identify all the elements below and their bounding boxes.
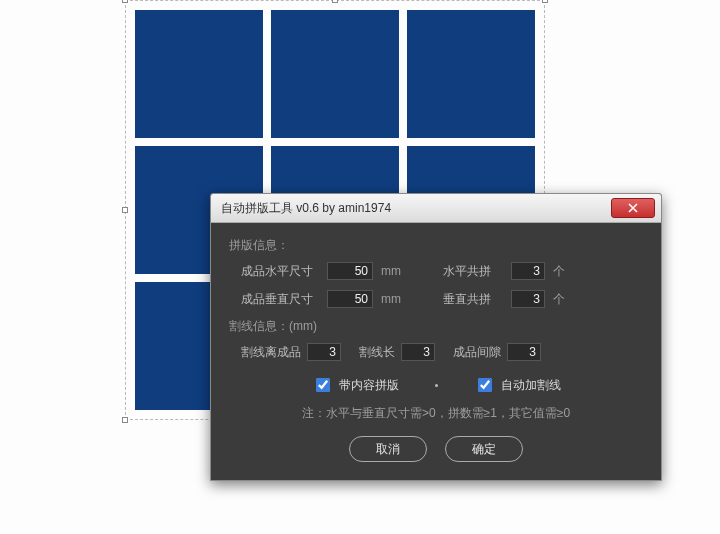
auto-cut-checkbox[interactable]: 自动加割线 — [474, 375, 561, 395]
auto-cut-check-input[interactable] — [478, 378, 492, 392]
imposition-dialog: 自动拼版工具 v0.6 by amin1974 拼版信息： 成品水平尺寸 mm … — [210, 193, 662, 481]
selection-handle[interactable] — [122, 417, 128, 423]
v-size-label: 成品垂直尺寸 — [241, 291, 319, 308]
ok-button[interactable]: 确定 — [445, 436, 523, 462]
titlebar[interactable]: 自动拼版工具 v0.6 by amin1974 — [211, 194, 661, 223]
v-size-input[interactable] — [327, 290, 373, 308]
layout-section-label: 拼版信息： — [229, 237, 643, 254]
cut-section-label: 割线信息：(mm) — [229, 318, 643, 335]
selection-handle[interactable] — [122, 0, 128, 3]
cut-length-input[interactable] — [401, 343, 435, 361]
selection-handle[interactable] — [332, 0, 338, 3]
separator-dot — [435, 384, 438, 387]
grid-cell — [407, 10, 535, 138]
cut-offset-input[interactable] — [307, 343, 341, 361]
h-count-unit: 个 — [553, 263, 577, 280]
dialog-body: 拼版信息： 成品水平尺寸 mm 水平共拼 个 成品垂直尺寸 mm 垂直共拼 个 … — [211, 223, 661, 480]
auto-cut-label: 自动加割线 — [501, 377, 561, 394]
close-icon — [628, 203, 638, 213]
h-size-label: 成品水平尺寸 — [241, 263, 319, 280]
with-content-checkbox[interactable]: 带内容拼版 — [312, 375, 399, 395]
grid-cell — [271, 10, 399, 138]
h-count-label: 水平共拼 — [443, 263, 503, 280]
v-count-unit: 个 — [553, 291, 577, 308]
with-content-check-input[interactable] — [316, 378, 330, 392]
window-title: 自动拼版工具 v0.6 by amin1974 — [221, 200, 611, 217]
v-count-label: 垂直共拼 — [443, 291, 503, 308]
v-size-unit: mm — [381, 292, 405, 306]
grid-cell — [135, 10, 263, 138]
with-content-label: 带内容拼版 — [339, 377, 399, 394]
selection-handle[interactable] — [122, 207, 128, 213]
footer-note: 注：水平与垂直尺寸需>0，拼数需≥1，其它值需≥0 — [229, 405, 643, 422]
h-size-unit: mm — [381, 264, 405, 278]
cut-gap-input[interactable] — [507, 343, 541, 361]
h-size-input[interactable] — [327, 262, 373, 280]
h-count-input[interactable] — [511, 262, 545, 280]
v-count-input[interactable] — [511, 290, 545, 308]
selection-handle[interactable] — [542, 0, 548, 3]
cancel-button[interactable]: 取消 — [349, 436, 427, 462]
cut-length-label: 割线长 — [359, 344, 395, 361]
cut-gap-label: 成品间隙 — [453, 344, 501, 361]
cancel-button-label: 取消 — [376, 441, 400, 458]
close-button[interactable] — [611, 198, 655, 218]
ok-button-label: 确定 — [472, 441, 496, 458]
cut-offset-label: 割线离成品 — [241, 344, 301, 361]
